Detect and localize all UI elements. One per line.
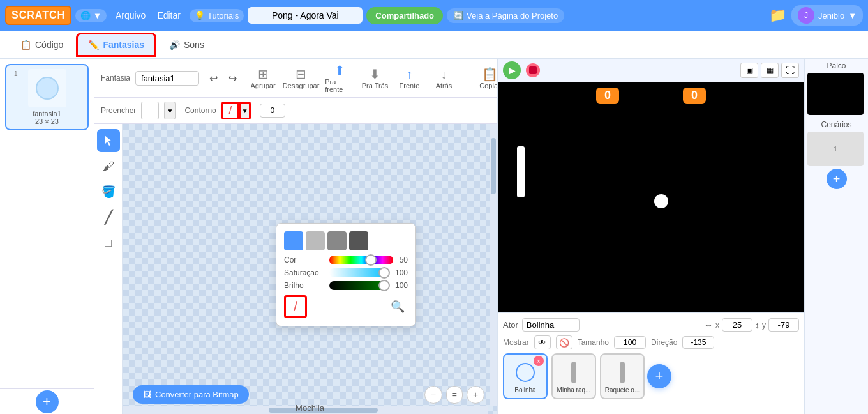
zoom-in-button[interactable]: + bbox=[467, 386, 484, 404]
canvas-scroll-thumb-vertical[interactable] bbox=[491, 138, 496, 194]
contorno-dropdown[interactable]: ▼ bbox=[239, 102, 251, 119]
costume-name-label: fantasia1 bbox=[10, 110, 84, 118]
tab-sons[interactable]: 🔊 Sons bbox=[159, 34, 214, 55]
actor-header: Ator ↔ x ↕ y bbox=[503, 318, 799, 332]
direcao-label: Direção bbox=[651, 338, 677, 347]
canvas-area[interactable]: ✛ ↻ Cor bbox=[123, 124, 497, 414]
sprite-card-raquete1[interactable]: Minha raq... bbox=[551, 353, 596, 399]
contorno-label: Contorno bbox=[184, 106, 216, 115]
desagrupar-button[interactable]: ⊟ Desagrupar bbox=[283, 66, 318, 89]
costume-item-inner: 1 fantasia1 23 × 23 bbox=[10, 69, 84, 125]
zoom-reset-button[interactable]: = bbox=[446, 386, 463, 404]
cp-bri-value: 100 bbox=[395, 281, 408, 290]
svg-marker-0 bbox=[105, 135, 112, 146]
stop-button[interactable] bbox=[526, 63, 540, 77]
share-button[interactable]: Compartilhado bbox=[366, 7, 443, 24]
pra-tras-button[interactable]: ⬇ Pra Trás bbox=[361, 66, 389, 89]
green-flag-button[interactable]: ▶ bbox=[503, 61, 521, 79]
cenario-item[interactable]: 1 bbox=[807, 132, 864, 166]
tab-fantasias[interactable]: ✏️ Fantasias bbox=[76, 33, 156, 57]
mochila-label: Mochila bbox=[296, 402, 324, 414]
line-tool-button[interactable]: ╱ bbox=[97, 206, 120, 229]
sprite-card-bolinha[interactable]: × Bolinha bbox=[503, 353, 548, 399]
scratch-logo[interactable]: SCRATCH bbox=[5, 6, 71, 25]
cursor-icon bbox=[102, 134, 115, 147]
cp-sat-slider[interactable] bbox=[329, 268, 389, 277]
convert-bitmap-button[interactable]: 🖼 Converter para Bitmap bbox=[133, 385, 249, 404]
add-sprite-button[interactable]: + bbox=[647, 364, 671, 388]
direcao-input[interactable] bbox=[682, 336, 714, 349]
hide-button[interactable]: 🚫 bbox=[556, 335, 572, 349]
cp-swatch-dgray[interactable] bbox=[349, 231, 368, 250]
stage-ball bbox=[654, 194, 668, 208]
brush-tool-button[interactable]: 🖌 bbox=[97, 155, 120, 178]
fill-tool-button[interactable]: 🪣 bbox=[97, 180, 120, 203]
add-cenario-button[interactable]: + bbox=[827, 169, 847, 189]
undo-redo-group: ↩ ↪ bbox=[204, 69, 241, 87]
cp-swatch-mgray[interactable] bbox=[327, 231, 347, 250]
mostrar-label: Mostrar bbox=[503, 338, 529, 347]
size-input[interactable] bbox=[260, 103, 285, 118]
layout-normal-button[interactable]: ▦ bbox=[761, 63, 779, 78]
folder-icon[interactable]: 📁 bbox=[769, 7, 786, 24]
tutorials-button[interactable]: 💡 Tutoriais bbox=[190, 9, 244, 22]
show-button[interactable]: 👁 bbox=[534, 335, 551, 349]
costume-name-input[interactable] bbox=[135, 71, 199, 86]
select-tool-button[interactable] bbox=[97, 129, 120, 152]
sprite-card-raquete2[interactable]: Raquete o... bbox=[600, 353, 645, 399]
cp-bottom-row: / 🔍 bbox=[284, 295, 408, 318]
project-name-input[interactable] bbox=[248, 7, 363, 24]
contorno-swatch-wrap: / ▼ bbox=[221, 102, 251, 119]
user-menu[interactable]: J Jeniblo ▼ bbox=[791, 5, 863, 26]
eyedropper-button[interactable]: 🔍 bbox=[387, 296, 408, 317]
undo-button[interactable]: ↩ bbox=[204, 69, 222, 87]
redo-button[interactable]: ↪ bbox=[223, 69, 241, 87]
cp-swatch-blue[interactable] bbox=[284, 231, 303, 250]
costume-item[interactable]: 1 fantasia1 23 × 23 bbox=[5, 64, 89, 130]
language-button[interactable]: 🌐 ▼ bbox=[75, 9, 107, 22]
fill-color-swatch[interactable] bbox=[141, 102, 159, 119]
cp-hue-slider[interactable] bbox=[329, 256, 393, 264]
cp-swatch-lgray[interactable] bbox=[306, 231, 325, 250]
agrupar-button[interactable]: ⊞ Agrupar bbox=[249, 66, 277, 89]
rect-tool-button[interactable]: □ bbox=[97, 231, 120, 254]
cp-bri-slider[interactable] bbox=[329, 281, 389, 290]
cp-bri-thumb bbox=[378, 280, 390, 291]
frente-button[interactable]: ↑ Frente bbox=[396, 67, 424, 89]
frente-label: Frente bbox=[400, 82, 420, 89]
rect-icon: □ bbox=[105, 236, 112, 250]
sprite-delete-bolinha[interactable]: × bbox=[534, 356, 544, 366]
pra-tras-icon: ⬇ bbox=[370, 66, 380, 82]
menu-arquivo[interactable]: Arquivo bbox=[110, 8, 151, 23]
fullscreen-button[interactable]: ⛶ bbox=[781, 63, 799, 78]
x-input[interactable] bbox=[722, 318, 752, 332]
copiar-button[interactable]: 📋 Copiar bbox=[476, 66, 498, 89]
add-costume-button[interactable]: + bbox=[36, 390, 59, 413]
contorno-swatch[interactable]: / bbox=[221, 102, 239, 119]
cp-bri-row: Brilho 100 bbox=[284, 281, 408, 290]
canvas-scrollbar-vertical[interactable] bbox=[490, 124, 497, 406]
tamanho-input[interactable] bbox=[614, 336, 646, 349]
layout-small-button[interactable]: ▣ bbox=[740, 63, 758, 78]
palco-thumbnail[interactable] bbox=[807, 73, 864, 115]
preencher-label: Preencher bbox=[101, 106, 136, 115]
y-input[interactable] bbox=[768, 318, 799, 332]
stage-area[interactable]: 0 0 bbox=[498, 82, 804, 312]
cp-no-color-button[interactable]: / bbox=[284, 295, 307, 318]
topbar: SCRATCH 🌐 ▼ Arquivo Editar 💡 Tutoriais C… bbox=[0, 0, 868, 31]
view-page-button[interactable]: 🔄 Veja a Página do Projeto bbox=[447, 8, 564, 23]
convert-label: Converter para Bitmap bbox=[155, 390, 239, 399]
tools-and-canvas: 🖌 🪣 ╱ □ bbox=[94, 124, 497, 414]
palco-panel: Palco Cenários 1 + bbox=[804, 59, 868, 414]
toolbar-actions: ⊞ Agrupar ⊟ Desagrupar ⬆ Pra frente ⬇ Pr… bbox=[249, 63, 458, 93]
zoom-out-button[interactable]: − bbox=[424, 386, 442, 404]
atras-button[interactable]: ↓ Atrás bbox=[430, 67, 458, 89]
cp-cor-value: 50 bbox=[400, 256, 408, 264]
slash-icon: / bbox=[228, 104, 232, 118]
tab-codigo[interactable]: 📋 Código bbox=[10, 34, 73, 55]
fill-color-dropdown[interactable]: ▼ bbox=[164, 102, 176, 119]
y-label: y bbox=[762, 321, 766, 330]
menu-editar[interactable]: Editar bbox=[152, 8, 186, 23]
pra-frente-button[interactable]: ⬆ Pra frente bbox=[325, 63, 354, 93]
actor-name-input[interactable] bbox=[522, 318, 580, 332]
